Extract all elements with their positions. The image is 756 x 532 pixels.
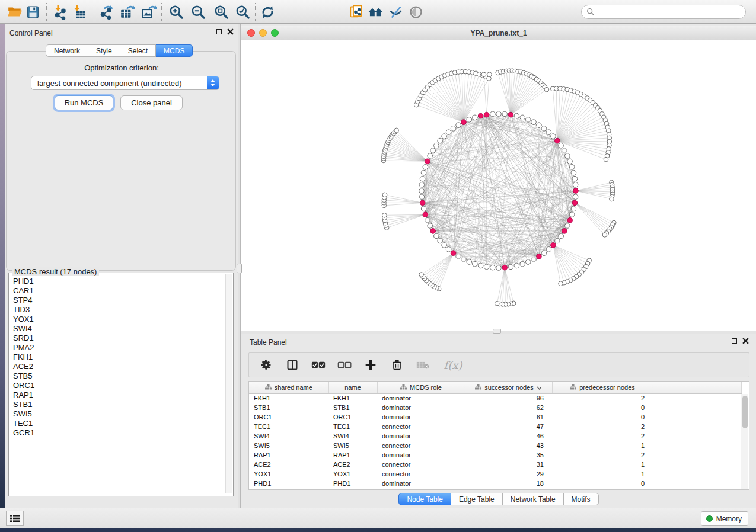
table-cell[interactable]: 62 — [465, 403, 552, 412]
table-cell[interactable]: SWI4 — [249, 431, 328, 441]
list-item[interactable]: ORC1 — [9, 381, 225, 390]
network-node[interactable] — [423, 165, 428, 170]
table-cell[interactable]: 47 — [465, 422, 552, 431]
network-node[interactable] — [559, 281, 563, 286]
table-cell[interactable]: FKH1 — [328, 393, 377, 403]
column-header-MCDS-role[interactable]: MCDS role — [377, 382, 465, 393]
network-node[interactable] — [421, 170, 426, 175]
table-cell[interactable]: 1 — [552, 469, 653, 479]
table-cell[interactable]: YOX1 — [249, 469, 328, 479]
network-node[interactable] — [478, 263, 483, 268]
float-panel-icon[interactable] — [216, 29, 222, 34]
network-node[interactable] — [461, 257, 467, 262]
show-details-icon[interactable] — [406, 2, 426, 22]
network-node[interactable] — [442, 243, 447, 248]
network-node[interactable] — [562, 148, 567, 153]
column-header-predecessor-nodes[interactable]: predecessor nodes — [552, 382, 653, 393]
list-item[interactable]: FKH1 — [9, 352, 225, 362]
network-node[interactable] — [571, 170, 576, 175]
network-node[interactable] — [525, 117, 531, 123]
mcds-hub-node[interactable] — [572, 200, 578, 206]
table-cell[interactable]: connector — [377, 441, 465, 450]
network-node[interactable] — [438, 238, 443, 243]
network-node[interactable] — [559, 143, 564, 148]
mcds-hub-node[interactable] — [562, 229, 567, 234]
list-item[interactable]: SWI4 — [9, 324, 225, 334]
column-header-name[interactable]: name — [328, 382, 377, 393]
splitter-grip[interactable] — [237, 264, 242, 273]
network-node[interactable] — [559, 233, 564, 239]
table-cell[interactable]: 61 — [465, 412, 552, 422]
list-item[interactable]: YOX1 — [9, 315, 225, 324]
network-node[interactable] — [569, 212, 575, 217]
table-cell[interactable]: 0 — [552, 412, 653, 422]
mcds-hub-node[interactable] — [478, 113, 483, 118]
network-node[interactable] — [446, 247, 451, 252]
table-cell[interactable]: 0 — [552, 403, 653, 412]
table-cell[interactable]: dominator — [377, 412, 465, 422]
zoom-fit-icon[interactable] — [211, 2, 231, 22]
add-icon[interactable] — [362, 356, 379, 374]
close-panel-button[interactable]: Close panel — [120, 95, 183, 110]
network-node[interactable] — [508, 264, 513, 270]
list-item[interactable]: TEC1 — [9, 419, 225, 428]
mcds-hub-node[interactable] — [555, 138, 560, 143]
table-cell[interactable]: 1 — [552, 441, 653, 450]
vertical-splitter[interactable] — [238, 24, 241, 508]
function-builder-icon[interactable]: f(x) — [440, 356, 466, 374]
network-node[interactable] — [565, 153, 570, 159]
table-row[interactable]: TEC1TEC1connector472 — [249, 422, 741, 431]
network-node[interactable] — [544, 87, 549, 92]
export-network-icon[interactable] — [96, 2, 116, 22]
refresh-icon[interactable] — [257, 2, 277, 22]
mcds-hub-node[interactable] — [430, 229, 436, 234]
network-node[interactable] — [421, 206, 426, 211]
network-node[interactable] — [467, 117, 472, 123]
close-panel-icon[interactable] — [227, 28, 234, 35]
table-cell[interactable]: FKH1 — [249, 393, 328, 403]
network-node[interactable] — [438, 138, 443, 143]
table-cell[interactable]: dominator — [377, 450, 465, 460]
tab-mcds[interactable]: MCDS — [156, 44, 193, 57]
network-node[interactable] — [496, 265, 502, 271]
mcds-result-scrollbar[interactable] — [225, 274, 232, 493]
table-cell[interactable]: connector — [377, 422, 465, 431]
table-cell[interactable]: connector — [377, 460, 465, 469]
delete-icon[interactable] — [388, 356, 406, 374]
delete-table-icon[interactable] — [414, 356, 432, 374]
table-row[interactable]: SWI5SWI5connector431 — [249, 441, 741, 450]
list-item[interactable]: SRD1 — [9, 334, 225, 343]
network-node[interactable] — [541, 126, 547, 132]
tab-style[interactable]: Style — [88, 44, 120, 57]
table-row[interactable]: RAP1RAP1dominator352 — [249, 450, 741, 460]
network-node[interactable] — [520, 115, 525, 120]
close-window-icon[interactable] — [247, 29, 255, 37]
mcds-hub-node[interactable] — [484, 112, 489, 117]
homes-icon[interactable] — [365, 2, 385, 22]
save-icon[interactable] — [23, 2, 43, 22]
float-panel-icon[interactable] — [732, 338, 737, 344]
table-cell[interactable]: 1 — [552, 460, 653, 469]
network-node[interactable] — [428, 223, 433, 229]
table-cell[interactable]: ORC1 — [249, 412, 328, 422]
network-node[interactable] — [490, 111, 496, 117]
network-node[interactable] — [555, 238, 560, 243]
mcds-hub-node[interactable] — [423, 212, 428, 217]
mcds-hub-node[interactable] — [420, 200, 425, 206]
network-node[interactable] — [537, 123, 542, 128]
network-node[interactable] — [473, 261, 478, 267]
mcds-hub-node[interactable] — [461, 120, 467, 125]
network-node[interactable] — [531, 257, 537, 262]
network-node[interactable] — [420, 176, 425, 181]
export-image-icon[interactable] — [139, 2, 159, 22]
table-row[interactable]: ACE2ACE2connector311 — [249, 460, 741, 469]
network-node[interactable] — [567, 159, 573, 164]
open-folder-icon[interactable] — [5, 2, 25, 22]
network-canvas[interactable] — [241, 40, 756, 331]
mcds-hub-node[interactable] — [567, 217, 573, 223]
hide-details-icon[interactable] — [385, 2, 406, 22]
table-cell[interactable]: 29 — [465, 469, 552, 479]
select-all-icon[interactable] — [310, 356, 327, 374]
list-item[interactable]: STB5 — [9, 371, 225, 381]
table-cell[interactable]: 96 — [465, 393, 552, 403]
